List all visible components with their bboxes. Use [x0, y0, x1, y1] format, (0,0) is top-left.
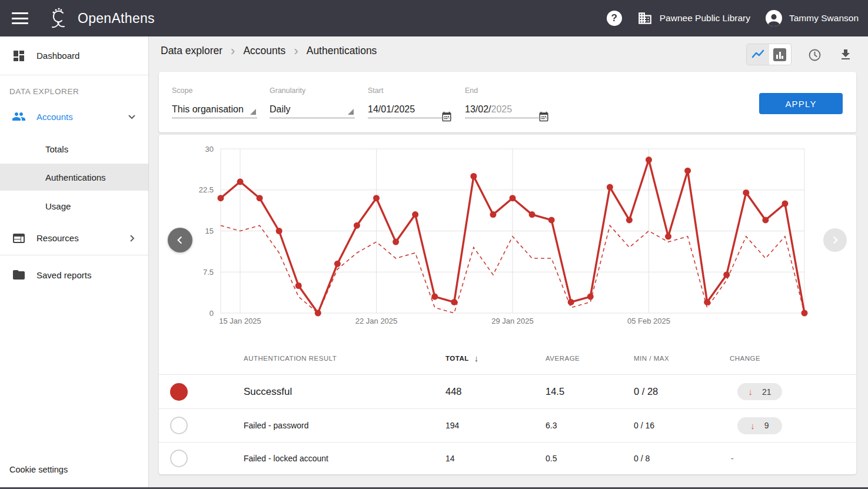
- series-toggle-dot[interactable]: [170, 417, 188, 434]
- column-header-min-max[interactable]: MIN / MAX: [634, 355, 730, 362]
- sidebar-item-label: Resources: [36, 233, 79, 243]
- svg-text:0: 0: [209, 309, 214, 318]
- dashboard-icon: [12, 49, 26, 63]
- series-toggle-dot[interactable]: [170, 450, 188, 467]
- total-value: 448: [445, 386, 546, 397]
- organisation-name: Pawnee Public Library: [660, 13, 750, 24]
- scope-label: Scope: [172, 87, 257, 95]
- sidebar-item-resources[interactable]: Resources: [0, 221, 148, 255]
- svg-text:22 Jan 2025: 22 Jan 2025: [355, 317, 398, 325]
- granularity-value[interactable]: Daily: [270, 102, 355, 117]
- table-row-failed-locked-account[interactable]: Failed - locked account 14 0.5 0 / 8 ↓- …: [159, 443, 856, 474]
- folder-icon: [12, 268, 26, 282]
- sidebar-item-saved-reports[interactable]: Saved reports: [0, 255, 148, 294]
- building-icon: [637, 11, 653, 26]
- openathens-logo[interactable]: OpenAthens: [46, 5, 155, 32]
- openathens-logo-icon: [46, 5, 73, 32]
- start-date-value[interactable]: 14/01/2025: [368, 102, 452, 117]
- organisation-menu[interactable]: Pawnee Public Library: [637, 11, 750, 26]
- line-chart-toggle-button[interactable]: [747, 44, 769, 65]
- min-max-value: 0 / 8: [634, 454, 730, 463]
- breadcrumb-separator-icon: ›: [294, 46, 298, 56]
- results-table: AUTHENTICATION RESULT TOTAL↓ AVERAGE MIN…: [159, 342, 856, 474]
- cookie-settings-link[interactable]: Cookie settings: [9, 465, 68, 474]
- sidebar-item-accounts[interactable]: Accounts: [0, 99, 148, 134]
- sidebar-item-label: Dashboard: [36, 51, 79, 61]
- breadcrumb-accounts[interactable]: Accounts: [243, 45, 285, 57]
- chart-scroll-right-button[interactable]: [823, 228, 847, 252]
- download-button[interactable]: [838, 47, 853, 62]
- average-value: 6.3: [546, 421, 634, 430]
- help-icon[interactable]: ?: [607, 11, 622, 26]
- start-date-field[interactable]: Start 14/01/2025: [368, 87, 452, 117]
- svg-text:30: 30: [205, 145, 214, 154]
- svg-text:05 Feb 2025: 05 Feb 2025: [627, 317, 670, 325]
- chevron-down-icon: [125, 109, 139, 124]
- start-date-label: Start: [368, 87, 452, 95]
- sidebar-item-label: Totals: [45, 144, 68, 154]
- svg-text:22.5: 22.5: [199, 185, 214, 194]
- result-label: Failed - password: [244, 421, 445, 430]
- breadcrumb-current-page: Authentications: [307, 45, 377, 57]
- average-value: 0.5: [546, 454, 634, 463]
- breadcrumb: Data explorer › Accounts › Authenticatio…: [161, 45, 377, 57]
- granularity-select[interactable]: Granularity Daily: [270, 87, 355, 117]
- table-header-row: AUTHENTICATION RESULT TOTAL↓ AVERAGE MIN…: [159, 342, 856, 375]
- sidebar-item-usage[interactable]: Usage: [0, 191, 148, 221]
- sidebar-section-label: DATA EXPLORER: [0, 75, 148, 99]
- column-header-change[interactable]: CHANGE: [730, 355, 856, 362]
- avatar-icon: [766, 10, 782, 26]
- sidebar-item-totals[interactable]: Totals: [0, 134, 148, 164]
- total-value: 14: [445, 454, 546, 463]
- scope-value[interactable]: This organisation: [172, 102, 257, 117]
- logo-text: OpenAthens: [78, 11, 155, 26]
- top-bar: OpenAthens ? Pawnee Public Library Tammy…: [0, 0, 868, 36]
- series-toggle-dot[interactable]: [170, 383, 188, 401]
- column-header-average[interactable]: AVERAGE: [546, 355, 634, 362]
- sidebar-item-label: Accounts: [36, 112, 73, 122]
- change-value: -: [731, 454, 734, 463]
- chart-scroll-left-button[interactable]: [168, 228, 192, 252]
- average-value: 14.5: [546, 386, 634, 397]
- granularity-label: Granularity: [270, 87, 355, 95]
- bar-chart-icon: [773, 48, 786, 61]
- table-row-successful[interactable]: Successful 448 14.5 0 / 28 ↓21 21: [159, 375, 856, 409]
- topbar-right-cluster: ? Pawnee Public Library Tammy Swanson: [607, 0, 859, 36]
- user-menu[interactable]: Tammy Swanson: [766, 10, 859, 26]
- sidebar-item-dashboard[interactable]: Dashboard: [0, 36, 148, 75]
- end-date-label: End: [465, 87, 549, 95]
- sidebar-item-authentications[interactable]: Authentications: [0, 164, 148, 191]
- menu-icon[interactable]: [12, 12, 28, 24]
- sort-desc-icon: ↓: [474, 353, 479, 363]
- authentications-line-chart: 07.51522.53015 Jan 202522 Jan 202529 Jan…: [159, 135, 856, 335]
- change-badge: ↓9: [737, 417, 782, 434]
- svg-text:15 Jan 2025: 15 Jan 2025: [219, 317, 261, 325]
- table-row-failed-password[interactable]: Failed - password 194 6.3 0 / 16 ↓9 9: [159, 409, 856, 443]
- end-date-year-muted: 2025: [491, 104, 512, 115]
- sidebar-item-label: Usage: [45, 201, 71, 211]
- breadcrumb-data-explorer[interactable]: Data explorer: [161, 45, 222, 57]
- compare-period-clock-button[interactable]: [807, 47, 822, 62]
- end-date-field[interactable]: End 13/02/2025: [465, 87, 549, 117]
- scope-select[interactable]: Scope This organisation: [172, 87, 257, 117]
- end-date-value[interactable]: 13/02/2025: [465, 102, 549, 117]
- dropdown-caret-icon: [250, 109, 256, 115]
- app-window: OpenAthens ? Pawnee Public Library Tammy…: [0, 0, 868, 489]
- bar-chart-toggle-button[interactable]: [769, 44, 791, 65]
- result-label: Failed - locked account: [244, 454, 445, 463]
- sidebar: Dashboard DATA EXPLORER Accounts Totals …: [0, 36, 149, 487]
- filter-panel: Scope This organisation Granularity Dail…: [159, 72, 856, 132]
- column-header-authentication-result[interactable]: AUTHENTICATION RESULT: [244, 355, 445, 362]
- chevron-right-icon: [125, 231, 139, 245]
- change-badge: ↓21: [737, 383, 782, 400]
- column-header-total[interactable]: TOTAL↓: [445, 353, 546, 363]
- svg-text:29 Jan 2025: 29 Jan 2025: [491, 317, 534, 325]
- min-max-value: 0 / 28: [634, 386, 730, 397]
- apply-button[interactable]: APPLY: [759, 93, 843, 114]
- line-chart-icon: [751, 48, 765, 62]
- breadcrumb-separator-icon: ›: [231, 46, 235, 56]
- result-label: Successful: [244, 386, 445, 398]
- user-name: Tammy Swanson: [789, 13, 859, 24]
- chart-panel: 07.51522.53015 Jan 202522 Jan 202529 Jan…: [159, 135, 856, 474]
- download-icon: [839, 48, 853, 62]
